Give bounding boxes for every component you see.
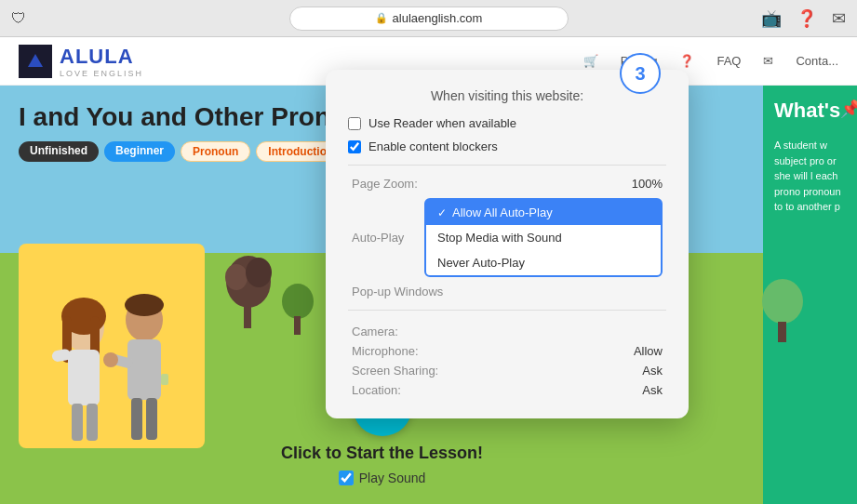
popup-divider-2 <box>348 310 666 311</box>
mail-icon: ✉ <box>832 8 846 29</box>
camera-row: Camera: <box>348 322 666 341</box>
page-zoom-label: Page Zoom: <box>352 177 418 191</box>
page-zoom-value: 100% <box>632 177 663 191</box>
use-reader-label: Use Reader when available <box>368 116 516 130</box>
location-row: Location: Ask <box>348 380 666 400</box>
location-value: Ask <box>642 383 663 397</box>
popup-windows-row: Pop-up Windows <box>348 285 666 298</box>
autoplay-option-stop[interactable]: Stop Media with Sound <box>426 225 661 250</box>
autoplay-option-never[interactable]: Never Auto-Play <box>426 250 661 275</box>
use-reader-row: Use Reader when available <box>348 116 666 130</box>
question-icon: ❓ <box>797 8 817 29</box>
enable-blockers-label: Enable content blockers <box>368 139 498 153</box>
autoplay-label: Auto-Play <box>352 231 417 245</box>
enable-blockers-row: Enable content blockers <box>348 139 666 153</box>
camera-label: Camera: <box>352 325 398 338</box>
use-reader-checkbox[interactable] <box>348 117 361 130</box>
page-zoom-row: Page Zoom: 100% <box>348 177 666 191</box>
page-content: ALULA LOVE ENGLISH 🛒 Pricing ❓ FAQ ✉ Con… <box>0 37 857 504</box>
check-icon: ✓ <box>437 206 447 219</box>
autoplay-never-label: Never Auto-Play <box>437 256 525 270</box>
url-text: alulaenglish.com <box>393 11 483 25</box>
autoplay-allow-label: Allow All Auto-Play <box>452 206 553 219</box>
popup-divider-1 <box>348 165 666 166</box>
location-label: Location: <box>352 383 401 397</box>
video-icon: 📺 <box>761 8 782 29</box>
enable-blockers-checkbox[interactable] <box>348 140 361 153</box>
autoplay-dropdown[interactable]: ✓ Allow All Auto-Play Stop Media with So… <box>424 198 663 277</box>
step-badge: 3 <box>620 53 661 94</box>
screen-sharing-row: Screen Sharing: Ask <box>348 361 666 380</box>
popup-windows-label: Pop-up Windows <box>352 285 443 298</box>
address-bar[interactable]: 🔒 alulaenglish.com <box>289 7 569 31</box>
dropdown-menu: ✓ Allow All Auto-Play Stop Media with So… <box>424 198 663 277</box>
shield-icon: 🛡 <box>11 10 28 27</box>
microphone-row: Microphone: Allow <box>348 341 666 361</box>
permission-rows: Camera: Microphone: Allow Screen Sharing… <box>348 322 666 400</box>
lock-icon: 🔒 <box>375 12 388 24</box>
browser-right-icons: 📺 ❓ ✉ <box>761 8 846 29</box>
popup-title: When visiting this website: <box>348 88 666 103</box>
autoplay-stop-label: Stop Media with Sound <box>437 231 562 245</box>
autoplay-row: Auto-Play ✓ Allow All Auto-Play Stop Med… <box>348 198 666 277</box>
popup-overlay: 3 When visiting this website: Use Reader… <box>0 37 857 504</box>
screen-sharing-value: Ask <box>642 364 663 378</box>
microphone-value: Allow <box>634 344 663 358</box>
microphone-label: Microphone: <box>352 344 419 358</box>
screen-sharing-label: Screen Sharing: <box>352 364 438 378</box>
website-settings-popup: 3 When visiting this website: Use Reader… <box>326 70 689 418</box>
autoplay-option-allow[interactable]: ✓ Allow All Auto-Play <box>426 200 661 225</box>
browser-chrome: 🛡 🔒 alulaenglish.com 📺 ❓ ✉ <box>0 0 857 37</box>
